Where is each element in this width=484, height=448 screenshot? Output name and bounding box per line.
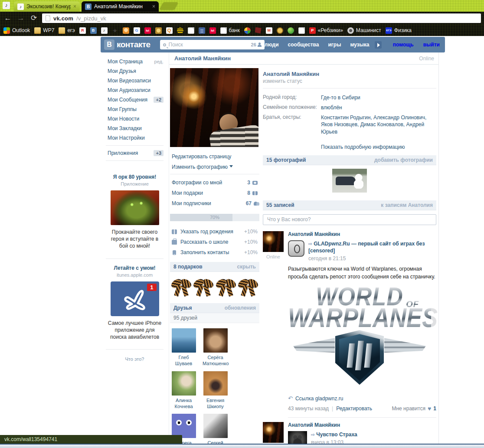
sidebar-item[interactable]: Мои Аудиозаписи [101,85,169,95]
bookmark-item[interactable] [244,27,251,34]
friend-first-name[interactable]: Евгения [206,398,224,403]
repost-title[interactable]: ⇨ GLADpwnz.Ru — первый сайт об играх без… [308,240,436,254]
sidebar-item[interactable]: Мои Новости [101,114,169,124]
friend-card[interactable]: СергейБидзан [203,414,228,448]
sidebar-item[interactable]: Мои Группы [101,105,169,114]
repost-group-icon[interactable] [288,240,304,257]
bookmark-item[interactable] [199,27,205,34]
tab-close-icon[interactable]: × [152,3,155,10]
edit-page-link[interactable]: Редактировать страницу [172,151,258,162]
sidebar-item[interactable]: Мои Сообщения +2 [101,95,169,105]
bookmark-item[interactable] [255,27,262,34]
stat-label[interactable]: Мои подписчики [172,200,246,206]
friend-last-name[interactable]: Матюшенко [203,361,229,366]
wall-post-input[interactable] [263,214,436,225]
bookmark-item[interactable]: Физика [386,27,412,34]
post-attachment-link[interactable]: ↶ Ссылка gladpwnz.ru [288,395,436,402]
friend-photo[interactable] [203,414,228,438]
bookmark-item[interactable] [266,27,272,34]
friend-card[interactable]: АлинкаКочнева [171,371,196,410]
bookmark-item[interactable] [188,27,194,34]
tip-label[interactable]: Указать год рождения [180,229,241,235]
stat-row[interactable]: Мои подарки 8 [172,188,258,198]
gift-ribbon-icon[interactable] [172,276,191,298]
ad-title[interactable]: Я орк 80 уровня! [105,174,164,180]
browser-tab-inactive[interactable]: ♪ Эксклюзив! Конкурс на кл × [14,1,80,12]
sidebar-item[interactable]: Мои Закладки [101,124,169,133]
friend-card[interactable]: ГлебШуваев [171,328,196,367]
friend-card[interactable]: ЕвгенияШкиопу [203,371,228,410]
friend-photo[interactable] [172,371,196,396]
bookmark-item[interactable] [177,27,183,34]
sidebar-item[interactable]: Мои Видеозаписи [101,76,169,85]
bookmark-item[interactable] [277,27,283,34]
gifts-title[interactable]: 8 подарков [173,264,237,270]
wall-title[interactable]: 55 записей [266,202,381,208]
info-value[interactable]: влюблён [321,104,342,111]
help-link[interactable]: помощь [393,42,414,48]
stat-label[interactable]: Фотографии со мной [172,180,247,186]
bookmark-item[interactable] [144,27,151,34]
sidebar-item-apps[interactable]: Приложения +3 [101,148,169,158]
stat-label[interactable]: Мои подарки [172,190,247,196]
gift-ribbon-icon[interactable] [239,276,258,298]
friend-first-name[interactable]: Серёга [207,355,223,360]
add-photos-link[interactable]: добавить фотографии [374,157,433,163]
friends-title[interactable]: Друзья [173,305,225,311]
bookmark-item[interactable] [209,27,216,34]
bookmark-item[interactable]: егэ [59,27,75,34]
nav-link[interactable]: сообщества [288,42,319,48]
post-date[interactable]: сегодня в 21:15 [308,255,436,262]
ad-image-orc[interactable] [111,190,159,225]
gift-ribbon-icon[interactable] [194,276,213,298]
sidebar-item[interactable]: Мои Друзья [101,66,169,76]
bookmark-item[interactable] [155,27,162,34]
sidebar-item[interactable]: Моя Страница ред. [101,57,169,66]
ad-orc[interactable]: Я орк 80 уровня! Приложение Прокачайте с… [101,170,169,256]
nav-link[interactable]: игры [328,42,341,48]
bookmark-item[interactable]: «Ребзики» [309,27,343,34]
browser-tab-active[interactable]: В Анатолий Маняйкин × [82,1,159,12]
ad-title[interactable]: Летайте с умом! [105,265,164,271]
friend-photo[interactable] [203,328,228,353]
bookmark-item[interactable]: банк [220,27,240,34]
change-photo-link[interactable]: Изменить фотографию [172,162,258,172]
change-status-link[interactable]: изменить статус [263,78,436,88]
bookmark-item[interactable] [123,27,129,34]
friend-first-name[interactable]: Алинка [176,398,192,403]
nav-link[interactable]: люди [265,42,279,48]
forward-button[interactable]: → [16,13,26,23]
friend-first-name[interactable]: Глеб [178,355,189,360]
friend-photo[interactable] [172,328,196,353]
post-author-name[interactable]: Анатолий Маняйкин [288,231,436,237]
bookmark-item[interactable] [79,27,86,34]
friend-photo[interactable] [203,371,228,396]
bookmark-item[interactable] [166,27,173,34]
bookmark-item[interactable] [134,27,140,34]
nav-more-arrow-icon[interactable] [375,41,382,49]
reload-button[interactable]: ⟳ [29,13,39,23]
address-bar[interactable]: vk.com/v_pizdu_vk [42,13,481,23]
post-author-avatar[interactable] [263,422,284,443]
logout-link[interactable]: выйти [423,42,440,48]
tip-row[interactable]: Рассказать о школе +10% [171,237,258,247]
post-image-warplanes-logo[interactable]: WORLD OF WARPLANES [288,285,431,392]
post-author-avatar[interactable] [263,231,284,252]
friend-card[interactable]: СерёгаМатюшенко [203,328,228,367]
friends-updates-link[interactable]: обновления [225,305,256,311]
sidebar-item[interactable]: Мои Настройки [101,133,169,143]
friend-photo[interactable] [172,414,196,438]
bookmark-item[interactable] [298,27,305,34]
friends-online-counter[interactable]: 26 [251,42,262,47]
window-icon[interactable]: ♪ [3,2,10,9]
post-author-name[interactable]: Анатолий Маняйкин [288,422,436,428]
ad-plane[interactable]: Летайте с умом! itunes.apple.com 1 Самое… [101,262,169,347]
bookmark-item[interactable] [112,27,118,34]
vk-logo[interactable]: В контакте [104,39,150,50]
gifts-hide-link[interactable]: скрыть [237,264,256,270]
photos-title[interactable]: 15 фотографий [266,157,374,163]
friend-last-name[interactable]: Шкиопу [207,404,224,409]
search-input[interactable] [169,42,249,48]
friends-count[interactable]: 95 друзей [170,313,259,323]
nav-link[interactable]: музыка [350,42,369,48]
